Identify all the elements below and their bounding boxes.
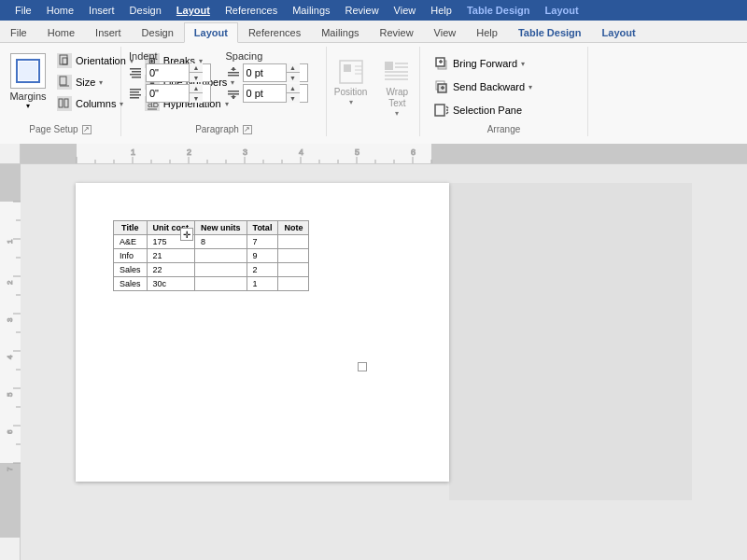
svg-marker-23 (231, 96, 236, 99)
tab-file[interactable]: File (0, 21, 37, 42)
menu-file[interactable]: File (7, 3, 39, 18)
cell-unit-cost-2[interactable]: 21 (147, 249, 195, 263)
cell-total-2[interactable]: 9 (247, 249, 278, 263)
tab-references[interactable]: References (238, 21, 311, 42)
svg-rect-47 (21, 144, 77, 164)
spacing-after-input[interactable]: ▲ ▼ (243, 84, 308, 103)
cell-title-2[interactable]: Info (114, 249, 148, 263)
spacing-after-down[interactable]: ▼ (287, 93, 300, 103)
svg-rect-0 (60, 55, 67, 64)
indent-left-row: ▲ ▼ (129, 63, 222, 82)
ribbon-tabs: File Home Insert Design Layout Reference… (0, 21, 747, 43)
menu-design[interactable]: Design (122, 3, 169, 18)
orientation-label: Orientation (76, 55, 126, 66)
spacing-after-field[interactable] (244, 85, 286, 102)
spacing-before-spinners: ▲ ▼ (286, 63, 300, 82)
size-icon (57, 75, 72, 90)
spacing-before-field[interactable] (244, 64, 286, 81)
document-table[interactable]: Title Unit cost New units Total Note A&E… (113, 220, 309, 291)
tab-review[interactable]: Review (370, 21, 424, 42)
tab-view[interactable]: View (424, 21, 467, 42)
tab-layout-table[interactable]: Layout (592, 21, 646, 42)
svg-text:5: 5 (6, 392, 14, 397)
indent-spacing-container: Indent ▲ ▼ (127, 49, 320, 105)
menu-home[interactable]: Home (39, 3, 81, 18)
cell-new-units-2[interactable] (195, 249, 247, 263)
svg-rect-25 (344, 64, 351, 72)
cell-note-2[interactable] (278, 249, 309, 263)
bring-forward-arrow: ▾ (521, 60, 525, 68)
indent-left-up[interactable]: ▲ (190, 63, 203, 73)
menu-insert[interactable]: Insert (81, 3, 122, 18)
svg-rect-20 (228, 91, 239, 92)
indent-right-input[interactable]: ▲ ▼ (146, 84, 211, 103)
spacing-after-up[interactable]: ▲ (287, 84, 300, 93)
svg-rect-78 (0, 463, 21, 538)
menu-references[interactable]: References (218, 3, 285, 18)
menu-mailings[interactable]: Mailings (285, 3, 337, 18)
menu-layout[interactable]: Layout (169, 3, 218, 18)
menu-view[interactable]: View (387, 3, 424, 18)
menu-table-design[interactable]: Table Design (459, 3, 538, 18)
svg-text:2: 2 (6, 280, 14, 285)
cell-title-1[interactable]: A&E (114, 235, 148, 249)
margins-button[interactable]: Margins ▾ (6, 50, 50, 113)
tab-home[interactable]: Home (37, 21, 85, 42)
position-button[interactable]: Position ▾ (328, 52, 374, 111)
send-backward-arrow: ▾ (529, 83, 532, 91)
columns-icon (57, 96, 72, 111)
cell-title-4[interactable]: Sales (114, 277, 148, 291)
spacing-label: Spacing (226, 50, 319, 62)
cell-title-3[interactable]: Sales (114, 263, 148, 277)
indent-left-icon (129, 65, 144, 80)
tab-mailings[interactable]: Mailings (311, 21, 369, 42)
cell-new-units-4[interactable] (195, 277, 247, 291)
vertical-ruler: 1 2 3 4 5 6 7 (0, 164, 21, 560)
indent-right-icon (129, 86, 144, 101)
cell-note-1[interactable] (278, 235, 309, 249)
cell-total-3[interactable]: 2 (247, 263, 278, 277)
cell-new-units-1[interactable]: 8 (195, 235, 247, 249)
paragraph-expand[interactable]: ↗ (243, 125, 252, 134)
tab-table-design[interactable]: Table Design (508, 21, 592, 42)
cell-new-units-3[interactable] (195, 263, 247, 277)
send-backward-button[interactable]: Send Backward ▾ (428, 76, 580, 98)
menu-help[interactable]: Help (423, 3, 459, 18)
table-resize-handle[interactable] (358, 362, 367, 371)
menu-review[interactable]: Review (338, 3, 387, 18)
tab-help[interactable]: Help (466, 21, 508, 42)
indent-left-field[interactable] (147, 64, 189, 81)
spacing-before-input[interactable]: ▲ ▼ (243, 63, 308, 82)
table-move-handle[interactable]: ✛ (180, 228, 193, 241)
tab-design[interactable]: Design (132, 21, 184, 42)
indent-left-down[interactable]: ▼ (190, 73, 203, 82)
svg-line-44 (446, 106, 448, 108)
svg-text:1: 1 (6, 239, 14, 244)
cell-note-3[interactable] (278, 263, 309, 277)
spacing-before-icon (226, 65, 241, 80)
wrap-text-arrow: ▾ (395, 109, 399, 118)
tab-layout[interactable]: Layout (184, 22, 238, 43)
spacing-before-up[interactable]: ▲ (287, 63, 300, 73)
cell-total-1[interactable]: 7 (247, 235, 278, 249)
menu-layout2[interactable]: Layout (538, 3, 586, 18)
wrap-text-button[interactable]: WrapText ▾ (375, 52, 418, 122)
indent-right-up[interactable]: ▲ (190, 84, 203, 93)
selection-pane-button[interactable]: Selection Pane (428, 99, 580, 121)
svg-rect-29 (385, 62, 393, 70)
indent-right-down[interactable]: ▼ (190, 93, 203, 103)
cell-note-4[interactable] (278, 277, 309, 291)
cell-unit-cost-4[interactable]: 30c (147, 277, 195, 291)
svg-rect-19 (228, 75, 239, 77)
indent-right-field[interactable] (147, 85, 189, 102)
spacing-before-down[interactable]: ▼ (287, 73, 300, 82)
bring-forward-button[interactable]: Bring Forward ▾ (428, 52, 580, 75)
tab-insert[interactable]: Insert (85, 21, 132, 42)
svg-text:3: 3 (6, 317, 14, 322)
ruler-corner (0, 144, 21, 164)
vertical-ruler-svg: 1 2 3 4 5 6 7 (0, 164, 21, 538)
cell-total-4[interactable]: 1 (247, 277, 278, 291)
page-setup-expand[interactable]: ↗ (82, 125, 92, 134)
cell-unit-cost-3[interactable]: 22 (147, 263, 195, 277)
indent-left-input[interactable]: ▲ ▼ (146, 63, 211, 82)
